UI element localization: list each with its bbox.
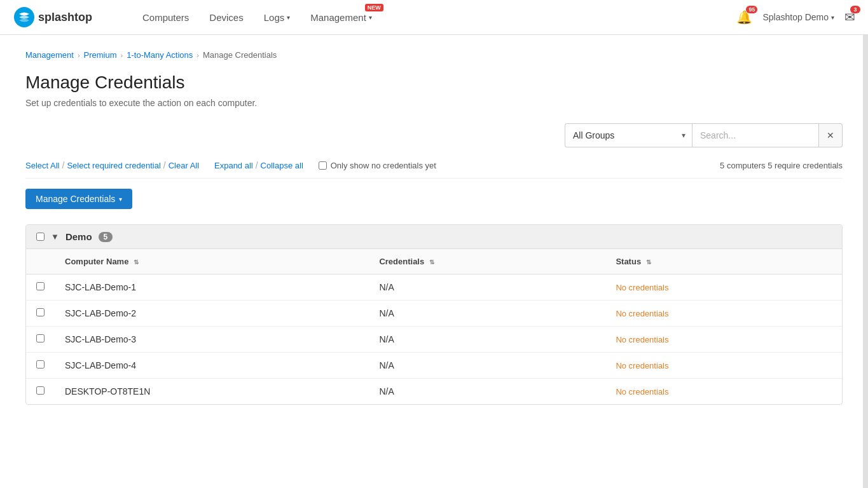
row-computer-name: SJC-LAB-Demo-2 xyxy=(55,301,369,327)
actions-left: Select All / Select required credential … xyxy=(25,160,720,170)
row-status: No credentials xyxy=(605,274,842,301)
row-checkbox-1[interactable] xyxy=(36,308,45,316)
page-title: Manage Credentials xyxy=(25,72,843,93)
col-header-credentials[interactable]: Credentials ⇅ xyxy=(369,249,605,274)
manage-btn-label: Manage Credentials xyxy=(36,194,115,204)
nav-links: Computers Devices Logs ▾ Management ▾ NE… xyxy=(134,0,736,35)
group-count: 5 xyxy=(99,232,113,242)
only-show-checkbox[interactable] xyxy=(319,161,327,170)
manage-btn-caret: ▾ xyxy=(119,196,122,203)
stats-text: 5 computers 5 require credentials xyxy=(720,161,843,170)
row-computer-name: DESKTOP-OT8TE1N xyxy=(55,379,369,405)
select-all-link[interactable]: Select All xyxy=(25,161,59,170)
search-input[interactable] xyxy=(692,123,819,147)
row-checkbox-2[interactable] xyxy=(36,334,45,342)
expand-all-link[interactable]: Expand all xyxy=(214,161,253,170)
select-required-link[interactable]: Select required credential xyxy=(67,161,160,170)
row-checkbox-cell xyxy=(26,327,55,353)
col-header-status[interactable]: Status ⇅ xyxy=(605,249,842,274)
row-checkbox-3[interactable] xyxy=(36,360,45,369)
collapse-icon[interactable]: ▼ xyxy=(51,232,59,241)
messages-btn[interactable]: ✉ 3 xyxy=(844,10,855,25)
scrollbar[interactable] xyxy=(863,35,868,488)
svg-text:splashtop: splashtop xyxy=(38,11,92,24)
group-select[interactable]: All Groups xyxy=(565,123,692,147)
table-row: SJC-LAB-Demo-2 N/A No credentials xyxy=(26,301,842,327)
row-status: No credentials xyxy=(605,327,842,353)
actions-row: Select All / Select required credential … xyxy=(25,160,843,179)
row-computer-name: SJC-LAB-Demo-3 xyxy=(55,327,369,353)
no-credentials-status[interactable]: No credentials xyxy=(616,387,668,396)
nav-computers[interactable]: Computers xyxy=(134,0,198,35)
breadcrumb-sep-2: › xyxy=(121,51,123,59)
manage-credentials-btn[interactable]: Manage Credentials ▾ xyxy=(25,189,132,209)
row-checkbox-0[interactable] xyxy=(36,282,45,290)
sep-1: / xyxy=(62,160,64,170)
row-credentials: N/A xyxy=(369,301,605,327)
breadcrumb-sep-1: › xyxy=(78,51,80,59)
table-row: DESKTOP-OT8TE1N N/A No credentials xyxy=(26,379,842,405)
breadcrumb-1to-many[interactable]: 1-to-Many Actions xyxy=(127,50,193,60)
search-wrapper: ✕ xyxy=(692,123,843,147)
messages-badge: 3 xyxy=(850,6,860,13)
table-row: SJC-LAB-Demo-4 N/A No credentials xyxy=(26,353,842,379)
sort-creds-icon: ⇅ xyxy=(429,259,434,266)
notifications-badge: 95 xyxy=(746,6,757,13)
no-credentials-status[interactable]: No credentials xyxy=(616,335,668,344)
management-new-badge: NEW xyxy=(365,4,383,11)
sep-3: / xyxy=(256,160,258,170)
row-status: No credentials xyxy=(605,353,842,379)
row-checkbox-cell xyxy=(26,353,55,379)
logo[interactable]: splashtop xyxy=(13,6,114,29)
no-credentials-status[interactable]: No credentials xyxy=(616,309,668,318)
sort-name-icon: ⇅ xyxy=(134,259,139,266)
row-credentials: N/A xyxy=(369,379,605,405)
no-credentials-status[interactable]: No credentials xyxy=(616,283,668,292)
logo-svg: splashtop xyxy=(13,6,114,29)
computers-table: Computer Name ⇅ Credentials ⇅ Status ⇅ xyxy=(26,249,842,404)
user-caret: ▾ xyxy=(831,14,834,21)
breadcrumb-current: Manage Credentials xyxy=(203,50,277,60)
breadcrumb: Management › Premium › 1-to-Many Actions… xyxy=(25,50,843,60)
group-select-wrapper: All Groups ▾ xyxy=(565,123,692,147)
nav-logs[interactable]: Logs ▾ xyxy=(255,0,300,35)
sort-status-icon: ⇅ xyxy=(646,259,651,266)
no-credentials-status[interactable]: No credentials xyxy=(616,361,668,370)
row-checkbox-4[interactable] xyxy=(36,386,45,395)
collapse-all-link[interactable]: Collapse all xyxy=(261,161,303,170)
col-header-checkbox xyxy=(26,249,55,274)
row-checkbox-cell xyxy=(26,274,55,301)
breadcrumb-management[interactable]: Management xyxy=(25,50,74,60)
row-credentials: N/A xyxy=(369,274,605,301)
clear-all-link[interactable]: Clear All xyxy=(169,161,199,170)
table-body: SJC-LAB-Demo-1 N/A No credentials SJC-LA… xyxy=(26,274,842,405)
group-section: ▼ Demo 5 Computer Name ⇅ Credentials ⇅ xyxy=(25,224,843,405)
nav-management[interactable]: Management ▾ NEW xyxy=(301,0,381,35)
row-status: No credentials xyxy=(605,379,842,405)
group-name: Demo xyxy=(65,231,92,242)
management-caret: ▾ xyxy=(369,14,372,21)
only-show-label[interactable]: Only show no credentials yet xyxy=(319,161,436,170)
sep-2: / xyxy=(163,160,166,170)
nav-devices[interactable]: Devices xyxy=(200,0,252,35)
row-credentials: N/A xyxy=(369,327,605,353)
breadcrumb-sep-3: › xyxy=(196,51,199,59)
table-row: SJC-LAB-Demo-1 N/A No credentials xyxy=(26,274,842,301)
navbar: splashtop Computers Devices Logs ▾ Manag… xyxy=(0,0,868,35)
table-row: SJC-LAB-Demo-3 N/A No credentials xyxy=(26,327,842,353)
group-checkbox[interactable] xyxy=(36,233,45,241)
notifications-btn[interactable]: 🔔 95 xyxy=(736,10,752,25)
logs-caret: ▾ xyxy=(287,14,290,21)
user-label: Splashtop Demo xyxy=(762,12,829,22)
filter-row: All Groups ▾ ✕ xyxy=(25,123,843,147)
breadcrumb-premium[interactable]: Premium xyxy=(84,50,117,60)
group-header: ▼ Demo 5 xyxy=(26,225,842,249)
navbar-right: 🔔 95 Splashtop Demo ▾ ✉ 3 xyxy=(736,10,855,25)
col-header-name[interactable]: Computer Name ⇅ xyxy=(55,249,369,274)
row-credentials: N/A xyxy=(369,353,605,379)
search-clear-btn[interactable]: ✕ xyxy=(819,123,843,147)
row-computer-name: SJC-LAB-Demo-1 xyxy=(55,274,369,301)
content-wrapper: Management › Premium › 1-to-Many Actions… xyxy=(0,35,868,488)
page-subtitle: Set up credentials to execute the action… xyxy=(25,98,843,108)
user-menu[interactable]: Splashtop Demo ▾ xyxy=(762,12,834,22)
